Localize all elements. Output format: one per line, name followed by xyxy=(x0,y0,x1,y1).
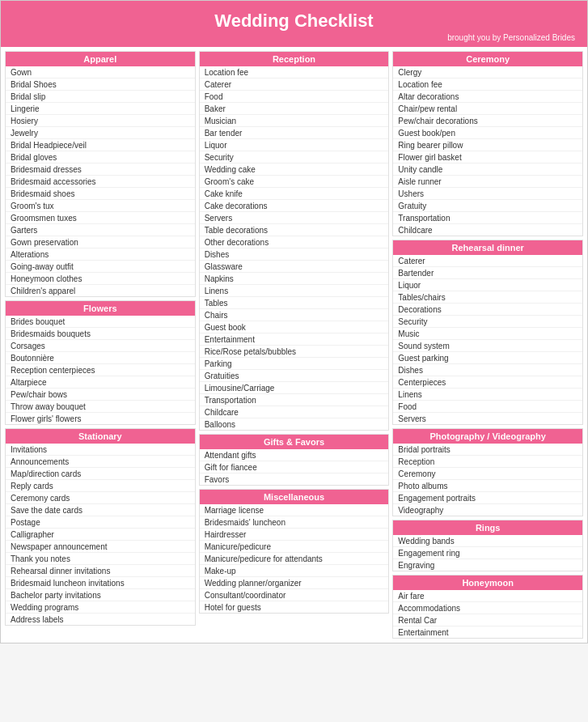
list-item: Brides bouquet xyxy=(6,316,195,328)
list-item: Transportation xyxy=(200,394,389,406)
list-item: Parking xyxy=(200,358,389,370)
list-item: Hairdresser xyxy=(200,529,389,541)
column-2: CeremonyClergyLocation feeAltar decorati… xyxy=(392,51,583,639)
list-item: Engagement portraits xyxy=(393,492,582,504)
section-miscellaneous: MiscellaneousMarriage licenseBridesmaids… xyxy=(199,489,390,614)
list-item: Consultant/coordinator xyxy=(200,589,389,601)
list-item: Bridesmaid dresses xyxy=(6,164,195,176)
list-item: Throw away bouquet xyxy=(6,401,195,413)
list-item: Announcements xyxy=(6,456,195,468)
section-header-apparel: Apparel xyxy=(6,52,195,66)
list-item: Other decorations xyxy=(200,236,389,248)
list-item: Tables/chairs xyxy=(393,291,582,304)
column-0: ApparelGownBridal ShoesBridal slipLinger… xyxy=(5,51,196,626)
section-header-reception: Reception xyxy=(200,52,389,66)
list-item: Ring bearer pillow xyxy=(393,139,582,151)
list-item: Bridal slip xyxy=(6,91,195,103)
list-item: Bar tender xyxy=(200,127,389,139)
list-item: Gift for fiancee xyxy=(200,461,389,474)
list-item: Chairs xyxy=(200,309,389,321)
list-item: Make-up xyxy=(200,565,389,577)
list-item: Bridesmaid shoes xyxy=(6,188,195,200)
list-item: Reply cards xyxy=(6,480,195,492)
list-item: Garters xyxy=(6,224,195,236)
list-item: Linens xyxy=(200,285,389,297)
list-item: Dishes xyxy=(393,364,582,376)
section-rings: RingsWedding bandsEngagement ringEngravi… xyxy=(392,520,583,571)
section-rehearsal-dinner: Rehearsal dinnerCatererBartenderLiquorTa… xyxy=(392,240,583,425)
list-item: Bridal Headpiece/veil xyxy=(6,139,195,151)
list-item: Manicure/pedicure for attendants xyxy=(200,553,389,565)
list-item: Wedding bands xyxy=(393,535,582,547)
list-item: Pew/chair decorations xyxy=(393,115,582,127)
list-item: Manicure/pedicure xyxy=(200,541,389,553)
list-item: Bachelor party invitations xyxy=(6,589,195,601)
list-item: Groom's cake xyxy=(200,176,389,188)
page-header: Wedding Checklist brought you by Persona… xyxy=(1,1,587,47)
list-item: Baker xyxy=(200,103,389,115)
list-item: Cake decorations xyxy=(200,200,389,212)
list-item: Gratuities xyxy=(200,370,389,382)
list-item: Save the date cards xyxy=(6,504,195,516)
list-item: Altarpiece xyxy=(6,376,195,389)
list-item: Going-away outfit xyxy=(6,261,195,273)
page: Wedding Checklist brought you by Persona… xyxy=(0,0,588,643)
list-item: Gown xyxy=(6,66,195,79)
list-item: Pew/chair bows xyxy=(6,389,195,401)
list-item: Caterer xyxy=(200,79,389,91)
list-item: Thank you notes xyxy=(6,553,195,565)
section-header-ceremony: Ceremony xyxy=(393,52,582,66)
subtitle: brought you by Personalized Brides xyxy=(1,33,587,42)
list-item: Servers xyxy=(393,413,582,424)
list-item: Altar decorations xyxy=(393,91,582,103)
list-item: Location fee xyxy=(393,79,582,91)
section-header-stationary: Stationary xyxy=(6,429,195,444)
list-item: Dishes xyxy=(200,248,389,261)
list-item: Bridal portraits xyxy=(393,444,582,456)
list-item: Rehearsal dinner invitations xyxy=(6,565,195,577)
list-item: Gratuity xyxy=(393,200,582,212)
list-item: Clergy xyxy=(393,66,582,79)
list-item: Air fare xyxy=(393,590,582,602)
section-reception: ReceptionLocation feeCatererFoodBakerMus… xyxy=(199,51,390,431)
list-item: Groom's tux xyxy=(6,200,195,212)
section-header-rehearsal-dinner: Rehearsal dinner xyxy=(393,240,582,255)
section-ceremony: CeremonyClergyLocation feeAltar decorati… xyxy=(392,51,583,236)
list-item: Favors xyxy=(200,474,389,485)
list-item: Location fee xyxy=(200,66,389,79)
list-item: Bridal Shoes xyxy=(6,79,195,91)
list-item: Sound system xyxy=(393,340,582,352)
list-item: Gown preservation xyxy=(6,236,195,248)
list-item: Calligrapher xyxy=(6,529,195,541)
list-item: Photo albums xyxy=(393,480,582,492)
list-item: Engagement ring xyxy=(393,547,582,559)
list-item: Hosiery xyxy=(6,115,195,127)
section-flowers: FlowersBrides bouquetBridesmaids bouquet… xyxy=(5,300,196,425)
columns-container: ApparelGownBridal ShoesBridal slipLinger… xyxy=(1,47,587,643)
list-item: Accommodations xyxy=(393,602,582,614)
list-item: Guest parking xyxy=(393,352,582,364)
section-header-miscellaneous: Miscellaneous xyxy=(200,490,389,504)
list-item: Guest book/pen xyxy=(393,127,582,139)
list-item: Childcare xyxy=(200,406,389,418)
list-item: Children's apparel xyxy=(6,285,195,296)
list-item: Flower girls' flowers xyxy=(6,413,195,424)
list-item: Entertainment xyxy=(200,333,389,346)
list-item: Marriage license xyxy=(200,504,389,516)
list-item: Childcare xyxy=(393,224,582,236)
list-item: Address labels xyxy=(6,614,195,625)
list-item: Unity candle xyxy=(393,164,582,176)
list-item: Napkins xyxy=(200,273,389,285)
list-item: Table decorations xyxy=(200,224,389,236)
list-item: Bridesmaids' luncheon xyxy=(200,516,389,529)
list-item: Linens xyxy=(393,389,582,401)
list-item: Flower girl basket xyxy=(393,151,582,164)
list-item: Boutonnière xyxy=(6,352,195,364)
section-honeymoon: HoneymoonAir fareAccommodationsRental Ca… xyxy=(392,575,583,639)
section-header-photography-videography: Photography / Videography xyxy=(393,429,582,444)
list-item: Guest book xyxy=(200,321,389,333)
list-item: Chair/pew rental xyxy=(393,103,582,115)
list-item: Lingerie xyxy=(6,103,195,115)
list-item: Glassware xyxy=(200,261,389,273)
list-item: Corsages xyxy=(6,340,195,352)
